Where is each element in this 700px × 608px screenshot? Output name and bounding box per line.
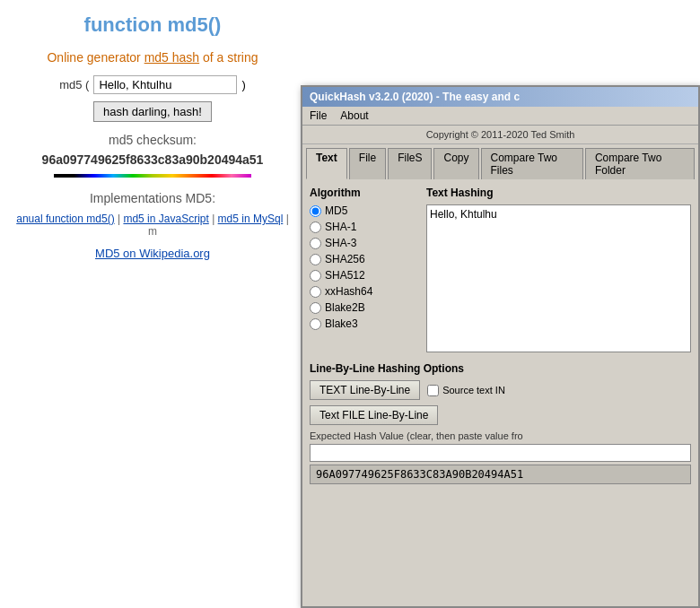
text-line-by-line-btn[interactable]: TEXT Line-By-Line xyxy=(310,380,420,400)
radio-md5-label: MD5 xyxy=(325,204,347,217)
links: anual function md5() | md5 in JavaScript… xyxy=(13,213,292,238)
radio-blake3-input[interactable] xyxy=(310,318,321,330)
algorithm-title: Algorithm xyxy=(310,187,417,199)
menu-about[interactable]: About xyxy=(340,109,368,122)
text-hashing-area[interactable]: Hello, Khtulhu xyxy=(426,204,691,352)
link-manual[interactable]: anual function md5() xyxy=(16,213,114,225)
radio-sha512-input[interactable] xyxy=(310,270,321,282)
radio-sha3-label: SHA-3 xyxy=(325,237,356,249)
radio-sha256: SHA256 xyxy=(310,253,417,265)
expected-label: Expected Hash Value (clear, then paste v… xyxy=(310,430,691,441)
tab-compare-two-files[interactable]: Compare Two Files xyxy=(481,148,583,179)
qh-left-col: Algorithm MD5 SHA-1 SHA-3 xyxy=(310,187,417,355)
tab-files[interactable]: FileS xyxy=(388,148,432,179)
radio-blake2b: Blake2B xyxy=(310,301,417,314)
tab-text[interactable]: Text xyxy=(306,148,347,179)
subtitle-text1: Online generator xyxy=(47,50,144,65)
tab-compare-two-folder[interactable]: Compare Two Folder xyxy=(585,148,695,179)
checksum-label: md5 checksum: xyxy=(13,133,292,147)
input-label: md5 ( xyxy=(59,78,89,91)
menu-file[interactable]: File xyxy=(310,109,327,122)
text-file-btn-row: Text FILE Line-By-Line xyxy=(310,405,691,425)
hash-button-row: hash darling, hash! xyxy=(13,101,292,122)
tab-copy[interactable]: Copy xyxy=(433,148,478,179)
quickhash-window: QuickHash v3.2.0 (2020) - The easy and c… xyxy=(301,85,700,608)
radio-xxhash64: xxHash64 xyxy=(310,285,417,298)
radio-sha1: SHA-1 xyxy=(310,221,417,233)
md5-input-row: md5 ( ) xyxy=(13,75,292,94)
hash-button[interactable]: hash darling, hash! xyxy=(93,101,212,122)
radio-sha512: SHA512 xyxy=(310,269,417,282)
source-text-label: Source text IN xyxy=(442,385,505,395)
wiki-link[interactable]: MD5 on Wikipedia.org xyxy=(95,247,210,260)
radio-sha3: SHA-3 xyxy=(310,237,417,249)
radio-md5: MD5 xyxy=(310,204,417,217)
quickhash-menubar: File About xyxy=(302,107,698,126)
checksum-value: 96a097749625f8633c83a90b20494a51 xyxy=(13,152,292,167)
md5-input[interactable] xyxy=(93,75,237,94)
text-hashing-title: Text Hashing xyxy=(426,187,691,199)
radio-blake3-label: Blake3 xyxy=(325,317,358,330)
input-close: ) xyxy=(241,78,245,91)
radio-blake2b-label: Blake2B xyxy=(325,301,365,314)
radio-sha512-label: SHA512 xyxy=(325,269,365,282)
radio-sha1-label: SHA-1 xyxy=(325,221,356,233)
radio-xxhash64-input[interactable] xyxy=(310,286,321,298)
subtitle: Online generator md5 hash of a string xyxy=(13,50,292,65)
line-by-line-title: Line-By-Line Hashing Options xyxy=(310,362,691,375)
link-js[interactable]: md5 in JavaScript xyxy=(123,213,208,225)
text-file-line-by-line-btn[interactable]: Text FILE Line-By-Line xyxy=(310,405,438,425)
quickhash-copyright: Copyright © 2011-2020 Ted Smith xyxy=(302,126,698,144)
quickhash-titlebar: QuickHash v3.2.0 (2020) - The easy and c xyxy=(302,87,698,107)
source-text-checkbox-row: Source text IN xyxy=(427,385,505,396)
radio-blake2b-input[interactable] xyxy=(310,302,321,314)
line-by-line-btn-row: TEXT Line-By-Line Source text IN xyxy=(310,380,691,400)
wiki-link-row: MD5 on Wikipedia.org xyxy=(13,247,292,260)
radio-sha3-input[interactable] xyxy=(310,238,321,249)
subtitle-text2: of a string xyxy=(199,50,258,65)
algorithm-group: MD5 SHA-1 SHA-3 SHA256 xyxy=(310,204,417,330)
radio-md5-input[interactable] xyxy=(310,205,321,217)
quickhash-tabs: Text File FileS Copy Compare Two Files C… xyxy=(302,144,698,179)
subtitle-link[interactable]: md5 hash xyxy=(144,50,199,65)
radio-sha256-input[interactable] xyxy=(310,254,321,265)
link-mysql[interactable]: md5 in MySql xyxy=(218,213,284,225)
rainbow-bar xyxy=(54,174,251,178)
source-text-checkbox[interactable] xyxy=(427,385,439,396)
qh-two-col: Algorithm MD5 SHA-1 SHA-3 xyxy=(310,187,691,355)
radio-blake3: Blake3 xyxy=(310,317,417,330)
left-panel: function md5() Online generator md5 hash… xyxy=(0,0,305,608)
tab-file[interactable]: File xyxy=(349,148,386,179)
impl-title: Implementations MD5: xyxy=(13,191,292,205)
result-value: 96A097749625F8633C83A90B20494A51 xyxy=(310,465,691,484)
qh-right-col: Text Hashing Hello, Khtulhu xyxy=(426,187,691,355)
radio-sha1-input[interactable] xyxy=(310,221,321,233)
page-title: function md5() xyxy=(13,13,292,37)
radio-sha256-label: SHA256 xyxy=(325,253,365,265)
quickhash-content: Algorithm MD5 SHA-1 SHA-3 xyxy=(302,179,698,491)
expected-hash-input[interactable] xyxy=(310,444,691,462)
radio-xxhash64-label: xxHash64 xyxy=(325,285,372,298)
